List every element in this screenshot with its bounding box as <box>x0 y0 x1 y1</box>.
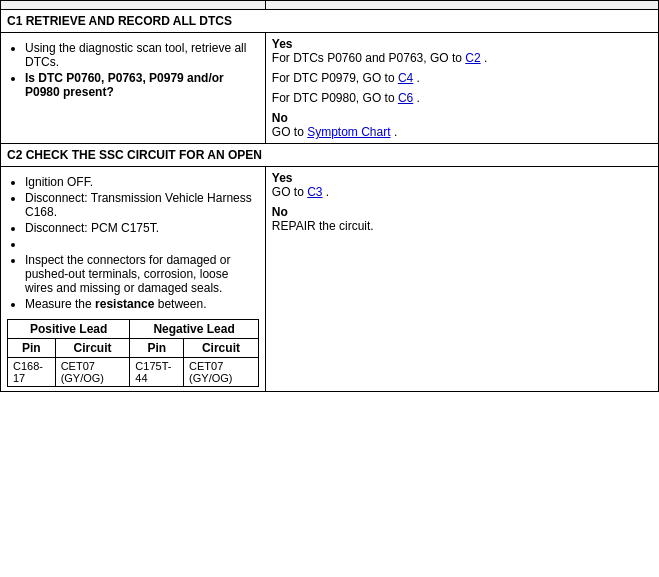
negative-lead-header: Negative Lead <box>130 320 259 339</box>
link-c1-no-0[interactable]: Symptom Chart <box>307 125 390 139</box>
link-c2-yes-0[interactable]: C3 <box>307 185 322 199</box>
section-content-row-c1: Using the diagnostic scan tool, retrieve… <box>1 33 659 144</box>
yes-line-c2-0: GO to C3 . <box>272 185 652 199</box>
steps-cell-c2: Ignition OFF.Disconnect: Transmission Ve… <box>1 167 266 392</box>
inner-cell-0-1: CET07 (GY/OG) <box>55 358 130 387</box>
link-c1-yes-1[interactable]: C4 <box>398 71 413 85</box>
inner-row-0: C168-17CET07 (GY/OG)C175T-44CET07 (GY/OG… <box>8 358 259 387</box>
step-item-c2-0: Ignition OFF. <box>25 175 259 189</box>
step-item-c2-3 <box>25 237 259 251</box>
header-result <box>265 1 658 10</box>
step-item-c1-0: Using the diagnostic scan tool, retrieve… <box>25 41 259 69</box>
no-label-c1: No <box>272 111 652 125</box>
yes-line-c1-1: For DTC P0979, GO to C4 . <box>272 71 652 85</box>
inner-col-header-2: Pin <box>130 339 184 358</box>
step-item-c2-1: Disconnect: Transmission Vehicle Harness… <box>25 191 259 219</box>
step-item-c2-2: Disconnect: PCM C175T. <box>25 221 259 235</box>
yes-label-c1: Yes <box>272 37 652 51</box>
result-cell-c1: YesFor DTCs P0760 and P0763, GO to C2 .F… <box>265 33 658 144</box>
no-line-c2-0: REPAIR the circuit. <box>272 219 652 233</box>
link-c1-yes-2[interactable]: C6 <box>398 91 413 105</box>
link-c1-yes-0[interactable]: C2 <box>465 51 480 65</box>
step-item-c2-5: Measure the resistance between. <box>25 297 259 311</box>
steps-cell-c1: Using the diagnostic scan tool, retrieve… <box>1 33 266 144</box>
yes-label-c2: Yes <box>272 171 652 185</box>
header-test-step <box>1 1 266 10</box>
inner-cell-0-3: CET07 (GY/OG) <box>184 358 259 387</box>
positive-lead-header: Positive Lead <box>8 320 130 339</box>
section-title-c1: C1 RETRIEVE AND RECORD ALL DTCS <box>1 10 659 33</box>
yes-line-c1-2: For DTC P0980, GO to C6 . <box>272 91 652 105</box>
result-cell-c2: YesGO to C3 .NoREPAIR the circuit. <box>265 167 658 392</box>
inner-col-header-1: Circuit <box>55 339 130 358</box>
main-diagnostic-table: C1 RETRIEVE AND RECORD ALL DTCSUsing the… <box>0 0 659 392</box>
no-label-c2: No <box>272 205 652 219</box>
no-line-c1-0: GO to Symptom Chart . <box>272 125 652 139</box>
section-content-row-c2: Ignition OFF.Disconnect: Transmission Ve… <box>1 167 659 392</box>
inner-table-c2: Positive LeadNegative LeadPinCircuitPinC… <box>7 319 259 387</box>
section-title-c2: C2 CHECK THE SSC CIRCUIT FOR AN OPEN <box>1 144 659 167</box>
step-item-c1-1: Is DTC P0760, P0763, P0979 and/or P0980 … <box>25 71 259 99</box>
inner-cell-0-0: C168-17 <box>8 358 56 387</box>
section-header-row-c1: C1 RETRIEVE AND RECORD ALL DTCS <box>1 10 659 33</box>
inner-col-header-3: Circuit <box>184 339 259 358</box>
inner-cell-0-2: C175T-44 <box>130 358 184 387</box>
yes-line-c1-0: For DTCs P0760 and P0763, GO to C2 . <box>272 51 652 65</box>
step-item-c2-4: Inspect the connectors for damaged or pu… <box>25 253 259 295</box>
section-header-row-c2: C2 CHECK THE SSC CIRCUIT FOR AN OPEN <box>1 144 659 167</box>
inner-col-header-0: Pin <box>8 339 56 358</box>
